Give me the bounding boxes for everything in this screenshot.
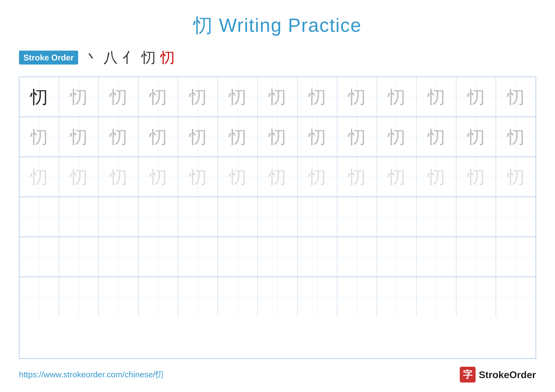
- grid-cell-2-1[interactable]: 忉: [19, 117, 59, 157]
- grid-cell-2-6[interactable]: 忉: [218, 117, 258, 157]
- grid-cell-4-2[interactable]: [59, 197, 99, 237]
- grid-cell-4-7[interactable]: [258, 197, 297, 237]
- grid-cell-5-10[interactable]: [377, 237, 416, 277]
- grid-cell-5-6[interactable]: [218, 237, 258, 277]
- title-chinese-char: 忉: [193, 14, 213, 36]
- grid-cell-2-2[interactable]: 忉: [59, 117, 99, 157]
- grid-cell-6-13[interactable]: [496, 277, 536, 317]
- grid-cell-5-5[interactable]: [178, 237, 218, 277]
- grid-cell-5-3[interactable]: [99, 237, 139, 277]
- stroke-sequence: 丶 八 亻 忉 忉: [85, 48, 175, 67]
- grid-cell-2-4[interactable]: 忉: [139, 117, 178, 157]
- grid-cell-6-7[interactable]: [258, 277, 297, 317]
- grid-cell-2-12[interactable]: 忉: [456, 117, 496, 157]
- grid-cell-3-5[interactable]: 忉: [178, 157, 218, 197]
- grid-cell-5-2[interactable]: [59, 237, 99, 277]
- grid-cell-2-5[interactable]: 忉: [178, 117, 218, 157]
- grid-cell-5-4[interactable]: [139, 237, 178, 277]
- grid-row-5: [19, 237, 536, 277]
- stroke-3: 亻: [123, 48, 137, 67]
- grid-cell-4-5[interactable]: [178, 197, 218, 237]
- grid-cell-3-13[interactable]: 忉: [496, 157, 536, 197]
- grid-cell-5-13[interactable]: [496, 237, 536, 277]
- footer-logo-icon: 字: [460, 367, 475, 383]
- grid-cell-2-7[interactable]: 忉: [258, 117, 297, 157]
- grid-cell-1-1[interactable]: 忉: [19, 77, 59, 117]
- grid-cell-6-2[interactable]: [59, 277, 99, 317]
- footer: https://www.strokeorder.com/chinese/忉 字 …: [19, 367, 536, 383]
- grid-cell-6-11[interactable]: [416, 277, 456, 317]
- grid-cell-5-12[interactable]: [456, 237, 496, 277]
- grid-cell-2-3[interactable]: 忉: [99, 117, 139, 157]
- grid-row-3: 忉 忉 忉 忉 忉 忉 忉 忉 忉: [19, 157, 536, 197]
- grid-cell-3-1[interactable]: 忉: [19, 157, 59, 197]
- grid-cell-4-4[interactable]: [139, 197, 178, 237]
- grid-row-2: 忉 忉 忉 忉 忉 忉 忉 忉 忉: [19, 117, 536, 157]
- grid-cell-6-5[interactable]: [178, 277, 218, 317]
- grid-cell-4-12[interactable]: [456, 197, 496, 237]
- grid-cell-3-3[interactable]: 忉: [99, 157, 139, 197]
- grid-cell-5-11[interactable]: [416, 237, 456, 277]
- grid-cell-5-7[interactable]: [258, 237, 297, 277]
- grid-row-6: [19, 277, 536, 317]
- grid-cell-3-8[interactable]: 忉: [297, 157, 337, 197]
- grid-cell-2-13[interactable]: 忉: [496, 117, 536, 157]
- grid-cell-5-9[interactable]: [337, 237, 377, 277]
- grid-cell-6-4[interactable]: [139, 277, 178, 317]
- grid-cell-3-2[interactable]: 忉: [59, 157, 99, 197]
- title-english: Writing Practice: [219, 14, 362, 36]
- grid-cell-1-8[interactable]: 忉: [297, 77, 337, 117]
- stroke-order-badge[interactable]: Stroke Order: [19, 51, 78, 64]
- grid-cell-3-10[interactable]: 忉: [377, 157, 416, 197]
- grid-cell-1-2[interactable]: 忉: [59, 77, 99, 117]
- grid-cell-2-9[interactable]: 忉: [337, 117, 377, 157]
- grid-cell-3-9[interactable]: 忉: [337, 157, 377, 197]
- grid-cell-3-7[interactable]: 忉: [258, 157, 297, 197]
- grid-cell-6-10[interactable]: [377, 277, 416, 317]
- grid-cell-3-4[interactable]: 忉: [139, 157, 178, 197]
- grid-cell-4-3[interactable]: [99, 197, 139, 237]
- grid-cell-3-6[interactable]: 忉: [218, 157, 258, 197]
- grid-cell-1-9[interactable]: 忉: [337, 77, 377, 117]
- grid-cell-4-1[interactable]: [19, 197, 59, 237]
- grid-cell-1-12[interactable]: 忉: [456, 77, 496, 117]
- grid-cell-6-8[interactable]: [297, 277, 337, 317]
- grid-cell-2-8[interactable]: 忉: [297, 117, 337, 157]
- char-dark: 忉: [30, 88, 48, 106]
- grid-cell-1-10[interactable]: 忉: [377, 77, 416, 117]
- grid-cell-1-3[interactable]: 忉: [99, 77, 139, 117]
- practice-grid: 忉 忉 忉 忉 忉 忉 忉 忉 忉: [19, 77, 536, 359]
- grid-cell-1-11[interactable]: 忉: [416, 77, 456, 117]
- stroke-order-row: Stroke Order 丶 八 亻 忉 忉: [19, 48, 536, 67]
- footer-logo-char: 字: [463, 368, 472, 381]
- stroke-2: 八: [103, 48, 118, 67]
- grid-cell-1-7[interactable]: 忉: [258, 77, 297, 117]
- grid-cell-4-13[interactable]: [496, 197, 536, 237]
- grid-cell-3-11[interactable]: 忉: [416, 157, 456, 197]
- grid-cell-2-11[interactable]: 忉: [416, 117, 456, 157]
- grid-cell-3-12[interactable]: 忉: [456, 157, 496, 197]
- grid-cell-6-12[interactable]: [456, 277, 496, 317]
- grid-cell-5-1[interactable]: [19, 237, 59, 277]
- footer-url[interactable]: https://www.strokeorder.com/chinese/忉: [19, 369, 163, 380]
- grid-cell-5-8[interactable]: [297, 237, 337, 277]
- grid-cell-6-6[interactable]: [218, 277, 258, 317]
- grid-cell-6-1[interactable]: [19, 277, 59, 317]
- footer-brand-name: StrokeOrder: [479, 369, 536, 380]
- grid-cell-4-9[interactable]: [337, 197, 377, 237]
- grid-cell-2-10[interactable]: 忉: [377, 117, 416, 157]
- grid-cell-6-3[interactable]: [99, 277, 139, 317]
- grid-cell-4-8[interactable]: [297, 197, 337, 237]
- grid-cell-6-9[interactable]: [337, 277, 377, 317]
- stroke-1: 丶: [85, 48, 99, 67]
- grid-cell-4-11[interactable]: [416, 197, 456, 237]
- grid-cell-4-6[interactable]: [218, 197, 258, 237]
- grid-row-4: [19, 197, 536, 237]
- grid-cell-1-4[interactable]: 忉: [139, 77, 178, 117]
- footer-brand: 字 StrokeOrder: [460, 367, 536, 383]
- grid-cell-1-6[interactable]: 忉: [218, 77, 258, 117]
- grid-cell-1-13[interactable]: 忉: [496, 77, 536, 117]
- char-medium: 忉: [70, 88, 88, 106]
- grid-cell-1-5[interactable]: 忉: [178, 77, 218, 117]
- grid-cell-4-10[interactable]: [377, 197, 416, 237]
